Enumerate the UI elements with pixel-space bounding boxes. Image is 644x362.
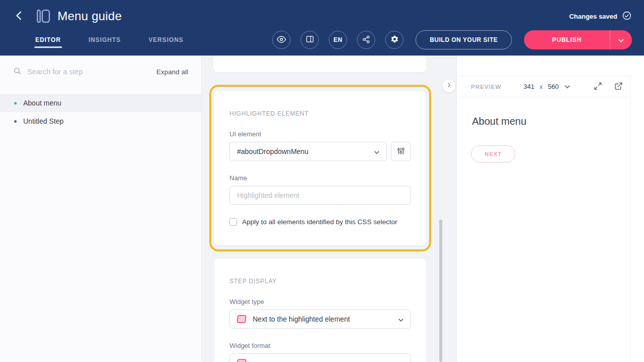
widget-type-value: Next to the highlighted element <box>253 315 398 323</box>
page-title: Menu guide <box>57 9 122 23</box>
selector-settings-button[interactable] <box>391 142 411 161</box>
tab-insights[interactable]: INSIGHTS <box>89 28 121 51</box>
element-name-input[interactable] <box>229 186 411 205</box>
widget-type-label: Widget type <box>229 298 411 305</box>
language-button[interactable]: EN <box>329 31 347 49</box>
publish-button-group: PUBLISH <box>524 30 632 49</box>
size-separator: x <box>540 83 543 90</box>
steps-sidebar: Expand all About menu Untitled Step <box>0 56 202 362</box>
header-actions: EN BUILD ON YOUR SITE PUBLISH <box>272 28 632 51</box>
header-tab-row: EDITOR INSIGHTS VERSIONS EN <box>12 28 632 51</box>
editor-scrollbar-thumb[interactable] <box>439 220 442 362</box>
layout-panel-icon <box>306 35 314 45</box>
settings-button[interactable] <box>385 31 403 49</box>
preview-step-title: About menu <box>472 116 644 127</box>
header: Menu guide Changes saved EDITOR INSIGHTS… <box>0 0 644 56</box>
main-tabs: EDITOR INSIGHTS VERSIONS <box>35 28 184 51</box>
ui-element-label: UI element <box>229 130 411 138</box>
preview-next-button[interactable]: NEXT <box>471 145 515 163</box>
step-search-row: Expand all <box>0 56 201 88</box>
preview-height-value[interactable]: 560 <box>548 83 559 90</box>
section-title: HIGHLIGHTED ELEMENT <box>229 110 411 117</box>
chevron-down-icon <box>374 147 379 156</box>
changes-saved-label: Changes saved <box>569 13 617 20</box>
header-top-row: Menu guide Changes saved <box>12 0 632 28</box>
name-label: Name <box>229 174 411 182</box>
fullscreen-button[interactable] <box>593 81 603 93</box>
tooltip-widget-icon <box>237 359 247 362</box>
preview-actions <box>593 81 624 93</box>
preview-label: PREVIEW <box>471 84 501 90</box>
preview-eye-button[interactable] <box>272 31 290 49</box>
widget-format-select[interactable] <box>229 353 411 362</box>
build-on-your-site-button[interactable]: BUILD ON YOUR SITE <box>416 30 512 49</box>
app-logo-icon <box>36 9 50 23</box>
changes-saved-status: Changes saved <box>569 11 632 22</box>
external-link-icon <box>614 82 623 92</box>
tab-versions[interactable]: VERSIONS <box>148 28 183 51</box>
ui-element-select[interactable]: #aboutDropdownMenu <box>229 142 387 161</box>
sliders-icon <box>397 147 405 157</box>
search-input[interactable] <box>27 68 151 76</box>
apply-all-label: Apply to all elements identified by this… <box>242 218 397 226</box>
back-button[interactable] <box>12 9 27 24</box>
step-item-label: Untitled Step <box>23 117 64 125</box>
tooltip-widget-icon <box>237 315 247 323</box>
eye-icon <box>277 35 286 45</box>
preview-content: About menu NEXT <box>457 116 644 163</box>
apply-all-row[interactable]: Apply to all elements identified by this… <box>229 218 411 226</box>
chevron-left-icon <box>14 10 25 23</box>
step-status-dot <box>14 120 17 123</box>
expand-arrows-icon <box>594 82 602 92</box>
share-icon <box>362 35 370 45</box>
chevron-right-icon <box>446 82 452 90</box>
body: Expand all About menu Untitled Step HIGH… <box>0 56 644 362</box>
step-item-about-menu[interactable]: About menu <box>0 94 201 112</box>
preview-width-value[interactable]: 341 <box>523 83 535 90</box>
section-title: STEP DISPLAY <box>229 278 411 285</box>
publish-button[interactable]: PUBLISH <box>524 30 610 49</box>
app-root: Menu guide Changes saved EDITOR INSIGHTS… <box>0 0 644 362</box>
highlighted-element-ring: HIGHLIGHTED ELEMENT UI element #aboutDro… <box>209 85 431 251</box>
expand-all-link[interactable]: Expand all <box>156 68 188 76</box>
step-item-label: About menu <box>23 99 62 107</box>
open-in-new-tab-button[interactable] <box>613 81 624 93</box>
share-button[interactable] <box>357 31 375 49</box>
widget-type-select[interactable]: Next to the highlighted element <box>229 309 411 329</box>
preview-size-controls: 341 x 560 <box>523 83 570 90</box>
ui-element-value: #aboutDropdownMenu <box>237 147 374 156</box>
size-preset-dropdown[interactable] <box>565 85 570 88</box>
widget-format-label: Widget format <box>229 342 411 349</box>
step-display-card: STEP DISPLAY Widget type Next to the hig… <box>214 258 426 362</box>
apply-all-checkbox[interactable] <box>229 218 237 226</box>
search-icon <box>13 67 22 77</box>
check-circle-icon <box>622 11 632 22</box>
step-list: About menu Untitled Step <box>0 94 201 130</box>
tab-editor[interactable]: EDITOR <box>35 28 61 51</box>
publish-dropdown-button[interactable] <box>610 30 632 49</box>
previous-settings-card <box>213 56 426 72</box>
preview-panel: PREVIEW 341 x 560 <box>456 56 644 362</box>
layout-panel-button[interactable] <box>301 31 319 49</box>
step-item-untitled-step[interactable]: Untitled Step <box>0 112 201 130</box>
highlighted-element-card: HIGHLIGHTED ELEMENT UI element #aboutDro… <box>214 91 426 245</box>
preview-header: PREVIEW 341 x 560 <box>460 76 631 97</box>
chevron-down-icon <box>398 315 403 323</box>
editor-panel: HIGHLIGHTED ELEMENT UI element #aboutDro… <box>202 56 456 362</box>
collapse-preview-button[interactable] <box>442 79 456 93</box>
ui-element-row: #aboutDropdownMenu <box>229 142 411 161</box>
chevron-down-icon <box>618 36 624 44</box>
step-status-dot <box>14 102 17 105</box>
gear-icon <box>390 35 399 45</box>
